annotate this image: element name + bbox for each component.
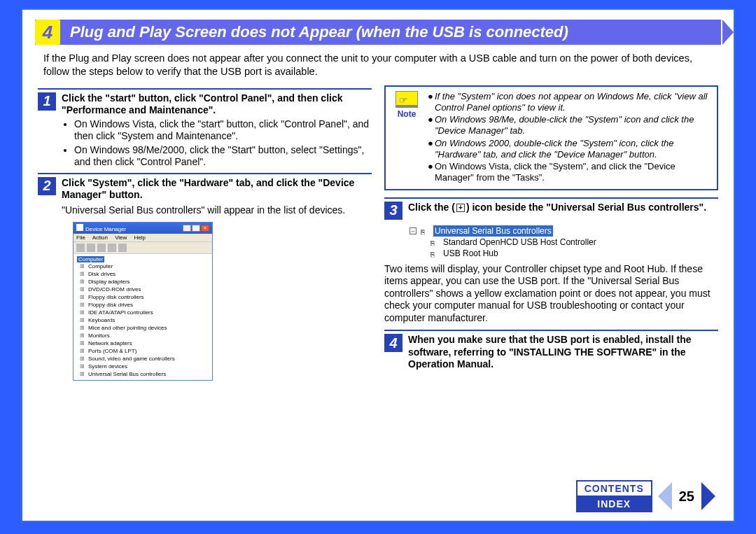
note-icon: ☞ [396,91,418,108]
dm-menubar: File Action View Help [74,234,212,242]
toolbar-icon [87,244,95,252]
dm-tree-item: Floppy disk drives [88,301,209,309]
dm-tree-item: DVD/CD-ROM drives [88,286,209,293]
dm-tree-item: Monitors [88,332,209,339]
divider [384,330,718,331]
step-1-bullet-1: On Windows Vista, click the "start" butt… [74,118,372,143]
dm-tree: Computer Computer Disk drives Display ad… [74,254,212,380]
note-list: ●If the "System" icon does not appear on… [428,91,711,185]
step-number-2: 2 [38,177,56,195]
dm-tree-root: Computer [77,256,104,262]
step-3-body: Click the (+) icon beside the "Universal… [408,202,718,220]
index-button[interactable]: INDEX [578,497,651,511]
step-number-4: 4 [384,334,402,352]
dm-tree-item: IDE ATA/ATAPI controllers [88,309,209,316]
divider [38,88,372,90]
prev-page-icon[interactable] [658,482,672,510]
note-icon-column: ☞ Note [391,91,422,185]
page: 4 Plug and Play Screen does not Appear (… [21,8,735,522]
hand-point-icon: ☞ [399,94,408,106]
step-3: 3 Click the (+) icon beside the "Univers… [384,202,718,220]
step-4-body: When you make sure that the USB port is … [408,334,718,371]
toolbar-icon [97,244,106,252]
usb-tree-root: Universal Serial Bus controllers [433,225,553,237]
dm-title-text: Device Manager [85,226,126,232]
step-1-body: Click the "start" button, click "Control… [62,92,372,170]
dm-tree-item: Ports (COM & LPT) [88,347,209,355]
dm-tree-item: Disk drives [88,270,209,278]
step-4: 4 When you make sure that the USB port i… [384,334,718,371]
usb-tree-child-2: USB Root Hub [443,248,498,259]
close-icon: × [201,225,209,232]
dm-app-icon [76,224,83,231]
arrow-right-icon [722,20,734,45]
dm-titlebar: Device Manager _ ▭ × [74,223,212,234]
device-manager-screenshot: Device Manager _ ▭ × File Action View He… [73,222,213,381]
dm-tree-item: Sound, video and game controllers [88,355,209,363]
next-page-icon[interactable] [701,482,715,510]
note-item-4: On Windows Vista, click the "System", an… [435,161,711,184]
footer-nav: CONTENTS INDEX 25 [576,480,715,512]
divider [384,197,718,199]
usb-icon: ⎘ [430,238,440,246]
dm-tree-item: Display adapters [88,278,209,286]
contents-button[interactable]: CONTENTS [578,482,651,497]
usb-tree-child-1: Standard OpenHCD USB Host Controller [443,237,596,248]
step-2-body: Click "System", click the "Hardware" tab… [62,177,372,202]
nav-button-group: CONTENTS INDEX [576,480,652,512]
toolbar-icon [118,244,127,252]
step-3-paragraph: Two items will display, your Controller … [384,263,718,325]
toolbar-icon [108,244,116,252]
step-2: 2 Click "System", click the "Hardware" t… [38,177,372,202]
minus-icon: – [410,227,416,234]
page-number: 25 [678,486,696,507]
dm-window-buttons: _ ▭ × [183,225,209,232]
dm-tree-item: Mice and other pointing devices [88,324,209,332]
note-label: Note [398,109,416,119]
usb-icon: ⎘ [421,227,430,235]
step-1-bullet-2: On Windows 98/Me/2000, click the "Start"… [74,144,372,169]
step-3-head-a: Click the ( [408,202,455,213]
section-heading: Plug and Play Screen does not Appear (wh… [70,23,568,41]
step-1: 1 Click the "start" button, click "Contr… [38,92,372,170]
step-2-heading: Click "System", click the "Hardware" tab… [62,177,354,201]
maximize-icon: ▭ [192,225,200,232]
step-number-1: 1 [38,92,56,111]
dm-tree-item: Universal Serial Bus controllers [88,370,209,378]
step-1-heading: Click the "start" button, click "Control… [62,92,343,116]
dm-toolbar [74,242,212,254]
step-3-head-b: ) icon beside the "Universal Serial Bus … [466,202,706,213]
dm-menu-view: View [115,234,127,241]
divider [38,173,372,174]
note-item-3: On Windows 2000, double-click the "Syste… [435,138,711,161]
dm-menu-action: Action [92,234,108,241]
intro-paragraph: If the Plug and Play screen does not app… [43,52,715,78]
content-columns: 1 Click the "start" button, click "Contr… [38,85,718,381]
step-2-text: "Universal Serial Bus controllers" will … [62,204,372,217]
usb-tree-screenshot: – ⎘ Universal Serial Bus controllers ⎘ S… [410,225,718,259]
dm-tree-item: Keyboards [88,316,209,324]
right-column: ☞ Note ●If the "System" icon does not ap… [384,85,718,381]
step-4-heading: When you make sure that the USB port is … [408,334,692,370]
section-number-badge: 4 [35,20,60,45]
toolbar-icon [76,244,85,252]
note-box: ☞ Note ●If the "System" icon does not ap… [384,85,718,190]
plus-icon: + [456,204,465,212]
dm-menu-help: Help [134,234,146,241]
note-item-2: On Windows 98/Me, double-click the "Syst… [435,114,711,137]
minimize-icon: _ [183,225,191,232]
dm-tree-item: Network adapters [88,339,209,347]
section-title-bar: 4 Plug and Play Screen does not Appear (… [35,20,721,45]
dm-tree-item: System devices [88,363,209,370]
dm-tree-item: Computer [88,262,209,270]
note-item-1: If the "System" icon does not appear on … [435,91,711,114]
left-column: 1 Click the "start" button, click "Contr… [38,85,372,381]
usb-icon: ⎘ [430,249,440,258]
step-number-3: 3 [384,202,402,220]
dm-tree-item: Floppy disk controllers [88,293,209,301]
dm-menu-file: File [76,234,85,241]
